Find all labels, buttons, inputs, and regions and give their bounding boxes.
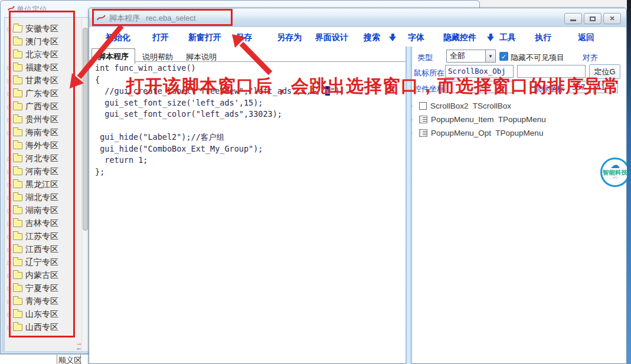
expand-chevron-icon[interactable]: ›: [411, 116, 419, 123]
code-line: return 1;: [95, 155, 402, 166]
code-line: gui_set_font_size('left_ads',15);: [95, 97, 402, 109]
control-tree-item[interactable]: ›ScrollBox2 TScrollBox: [411, 100, 511, 112]
watermark-text: 智能科技: [602, 169, 628, 176]
type-label: 类型: [417, 53, 433, 63]
hide-invisible-checkbox[interactable]: ✓: [499, 52, 508, 61]
control-tree-label: ScrollBox2 TScrollBox: [430, 101, 511, 110]
watermark-logo: ☁ 智能科技 MG: [600, 158, 630, 187]
maximize-button[interactable]: [584, 13, 601, 24]
chevron-down-icon[interactable]: ▼: [485, 50, 495, 62]
toolbar-button-返回[interactable]: 返回: [578, 32, 594, 43]
toolbar-button-初始化[interactable]: 初始化: [106, 32, 130, 43]
down-arrow-icon[interactable]: [487, 34, 495, 42]
control-tree-item[interactable]: ›PopupMenu_Item TPopupMenu: [411, 113, 546, 125]
popup-menu-icon: [419, 116, 427, 123]
toolbar-button-执行[interactable]: 执行: [535, 32, 551, 43]
toolbar-button-字体[interactable]: 字体: [408, 32, 424, 43]
annotation-rect-title: [92, 9, 233, 26]
toolbar-button-新窗打开[interactable]: 新窗打开: [188, 32, 221, 43]
minimize-icon: [570, 19, 576, 21]
toolbar-button-另存为[interactable]: 另存为: [277, 32, 302, 43]
type-combobox-value: 全部: [447, 51, 485, 61]
code-line: gui_hide("Label2");//客户组: [95, 132, 402, 143]
toolbar-button-搜索[interactable]: 搜索: [364, 32, 380, 43]
window-controls: ✕: [564, 13, 621, 24]
expand-chevron-icon[interactable]: ›: [411, 103, 419, 109]
toolbar-button-工具[interactable]: 工具: [499, 32, 516, 43]
close-button[interactable]: ✕: [603, 13, 621, 24]
close-icon: ✕: [609, 15, 614, 22]
editor-tabstrip: 脚本程序说明帮助脚本说明: [90, 48, 406, 62]
tree-scrollbar-thumb[interactable]: [83, 28, 88, 231]
annotation-text: 打开该脚本窗口后，会跳出选择窗口，而选择窗口的排序异常: [126, 74, 620, 99]
tab-脚本程序[interactable]: 脚本程序: [91, 48, 135, 64]
annotation-rect-tree: [9, 11, 75, 337]
align-link[interactable]: 对齐: [583, 53, 598, 63]
background-app-edge: [627, 0, 631, 364]
minimize-button[interactable]: [564, 13, 582, 24]
type-combobox[interactable]: 全部 ▼: [446, 50, 496, 63]
hide-invisible-label: 隐藏不可见项目: [511, 53, 564, 63]
cloud-icon: ☁: [602, 161, 628, 169]
background-cell-text: 顺义区: [58, 355, 81, 364]
down-arrow-icon[interactable]: [389, 34, 397, 42]
code-line: gui_hide("ComboBox_Ext_My_Group");: [95, 143, 402, 155]
toolbar-button-保存[interactable]: 保存: [236, 32, 252, 43]
popup-menu-icon: [419, 129, 427, 137]
toolbar-button-界面设计[interactable]: 界面设计: [315, 32, 348, 43]
maximize-icon: [590, 17, 596, 21]
toolbar-button-隐藏控件[interactable]: 隐藏控件: [443, 32, 476, 43]
code-line: int func_win_active(): [95, 63, 402, 74]
script-editor-window: 脚本程序rec.eba_select ✕ 初始化打开新窗打开保存另存为界面设计搜…: [89, 8, 627, 364]
code-line: };: [95, 166, 402, 178]
watermark-subtext: MG: [602, 176, 628, 180]
screen: 单位定位 ▷安徽专区澳门专区北京专区▷福建专区▷甘肃专区▷广东专区▷广西专区▷贵…: [0, 0, 631, 364]
control-tree-item[interactable]: ›PopupMenu_Opt TPopupMenu: [411, 127, 543, 139]
code-line: [95, 120, 402, 132]
code-line: gui_set_font_color("left_ads",33023);: [95, 109, 402, 120]
sync-arrows-icon[interactable]: →←: [74, 340, 84, 350]
divider: [57, 355, 57, 364]
expand-chevron-icon[interactable]: ›: [411, 130, 419, 136]
control-tree-label: PopupMenu_Item TPopupMenu: [431, 115, 546, 124]
control-tree-label: PopupMenu_Opt TPopupMenu: [431, 129, 543, 137]
toolbar-button-打开[interactable]: 打开: [152, 32, 169, 43]
scrollbox-icon: [419, 102, 427, 110]
